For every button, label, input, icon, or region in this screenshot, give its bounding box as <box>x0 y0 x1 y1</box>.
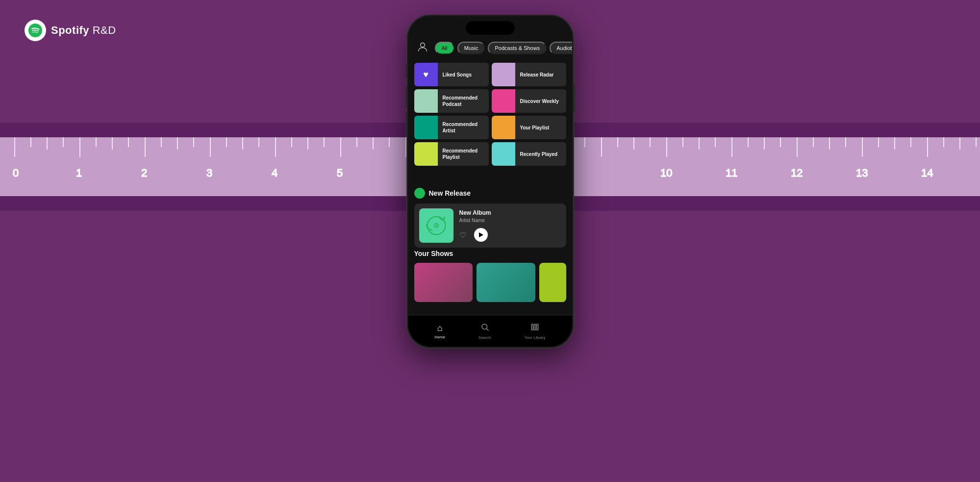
grid-item-liked-songs[interactable]: ♥ Liked Songs <box>414 63 489 86</box>
library-icon <box>530 323 539 334</box>
svg-rect-83 <box>537 324 538 330</box>
grid-item-recently-played[interactable]: Recently Played <box>492 142 566 166</box>
svg-rect-82 <box>534 324 535 330</box>
filter-tab-music[interactable]: Music <box>457 42 485 54</box>
your-shows-title: Your Shows <box>414 250 453 257</box>
spotify-logo <box>25 20 46 41</box>
library-label: Your Library <box>525 335 546 340</box>
shows-grid <box>414 263 566 302</box>
your-shows-section: Your Shows <box>414 249 566 302</box>
grid-item-release-radar[interactable]: Release Radar <box>492 63 566 86</box>
album-artist: Artist Name <box>459 218 561 223</box>
new-release-section: New Release <box>414 188 566 248</box>
nav-search[interactable]: Search <box>478 323 491 340</box>
user-icon[interactable] <box>416 41 431 55</box>
phone-mockup: All Music Podcasts & Shows Audiobooks ♥ … <box>407 15 574 348</box>
svg-rect-77 <box>444 217 445 220</box>
filter-tab-all[interactable]: All <box>435 42 454 54</box>
nav-home[interactable]: ⌂ Home <box>435 323 445 339</box>
new-release-title: New Release <box>429 189 471 197</box>
quick-grid: ♥ Liked Songs Release Radar Recommended … <box>414 63 566 166</box>
svg-text:2: 2 <box>141 167 147 179</box>
svg-text:0: 0 <box>13 167 19 179</box>
svg-text:5: 5 <box>337 167 343 179</box>
album-title: New Album <box>459 209 561 216</box>
grid-item-recommended-playlist[interactable]: Recommended Playlist <box>414 142 489 166</box>
show-card-1[interactable] <box>414 263 473 302</box>
bottom-nav: ⌂ Home Search <box>408 315 572 347</box>
svg-text:4: 4 <box>272 167 277 179</box>
svg-text:11: 11 <box>726 167 737 179</box>
grid-item-recommended-artist[interactable]: Recommended Artist <box>414 116 489 139</box>
show-card-2[interactable] <box>477 263 535 302</box>
search-icon <box>480 323 489 334</box>
home-label: Home <box>435 335 445 339</box>
svg-point-79 <box>482 324 487 330</box>
svg-point-75 <box>435 225 437 226</box>
nav-library[interactable]: Your Library <box>525 323 546 340</box>
logo-area: Spotify R&D <box>25 20 116 41</box>
grid-item-recommended-podcast[interactable]: Recommended Podcast <box>414 89 489 113</box>
svg-text:13: 13 <box>856 167 868 179</box>
svg-text:3: 3 <box>206 167 212 179</box>
svg-text:12: 12 <box>791 167 803 179</box>
home-icon: ⌂ <box>437 323 443 333</box>
grid-item-discover-weekly[interactable]: Discover Weekly <box>492 89 566 113</box>
svg-text:14: 14 <box>921 167 933 179</box>
like-button[interactable]: ♡ <box>459 230 466 240</box>
new-release-dot <box>414 188 425 199</box>
svg-text:1: 1 <box>76 167 82 179</box>
album-art <box>419 208 453 243</box>
album-actions: ♡ <box>459 228 561 242</box>
filter-tab-audiobooks[interactable]: Audiobooks <box>550 42 572 54</box>
screen-header: All Music Podcasts & Shows Audiobooks <box>408 41 572 55</box>
svg-point-72 <box>420 43 425 47</box>
svg-line-80 <box>486 329 488 330</box>
new-release-card[interactable]: New Album Artist Name ♡ <box>414 203 566 248</box>
play-button[interactable] <box>474 228 488 242</box>
show-card-3[interactable] <box>539 263 566 302</box>
brand-name: Spotify R&D <box>51 24 116 37</box>
album-info: New Album Artist Name ♡ <box>459 209 561 242</box>
filter-tabs: All Music Podcasts & Shows Audiobooks <box>435 42 572 54</box>
filter-tab-podcasts[interactable]: Podcasts & Shows <box>488 42 547 54</box>
svg-text:10: 10 <box>660 167 672 179</box>
grid-item-your-playlist[interactable]: Your Playlist <box>492 116 566 139</box>
search-label: Search <box>478 335 491 340</box>
svg-rect-81 <box>531 324 533 330</box>
svg-marker-78 <box>479 232 483 237</box>
dynamic-island <box>466 21 515 35</box>
